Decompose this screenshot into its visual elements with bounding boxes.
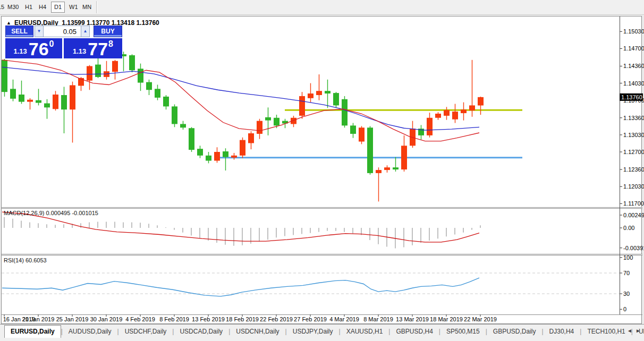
volume-input[interactable] xyxy=(44,25,81,37)
sell-quote-panel[interactable]: 1.13 76 0 xyxy=(5,38,62,58)
candle-body xyxy=(257,121,262,134)
sell-button[interactable]: SELL xyxy=(5,25,33,37)
toolbar-separator xyxy=(96,1,97,13)
timeframe-button-w1[interactable]: W1 xyxy=(69,0,78,14)
date-axis-label: 30 Jan 2019 xyxy=(90,316,123,322)
price-axis-label: 1.15030 xyxy=(623,28,644,35)
rsi-axis-label: 0 xyxy=(623,306,626,312)
candle-body xyxy=(299,96,305,116)
sell-price-big: 76 xyxy=(29,42,49,57)
candle-body xyxy=(367,127,373,173)
candle-body xyxy=(36,100,41,103)
chart-tab-tech100-h1[interactable]: TECH100,H1 xyxy=(581,326,631,337)
candle-body xyxy=(87,66,92,80)
macd-indicator-label: MACD(12,26,9) 0.000495 -0.001015 xyxy=(4,210,98,216)
chart-tab-dj30-h4[interactable]: DJ30,H4 xyxy=(544,326,580,337)
volume-decrease-icon[interactable]: ▼ xyxy=(35,25,44,37)
candle-body xyxy=(2,60,7,92)
candle-body xyxy=(95,65,101,77)
candle-body xyxy=(163,97,169,106)
price-axis-label: 1.12700 xyxy=(623,149,644,155)
candle-body xyxy=(206,156,211,161)
timeframe-button-h1[interactable]: H1 xyxy=(25,0,32,14)
buy-button[interactable]: BUY xyxy=(94,25,122,37)
macd-axis-label: -0.003919 xyxy=(623,245,644,251)
chart-tab-usdjpy-daily[interactable]: USDJPY,Daily xyxy=(287,326,339,337)
chart-tab-gbpusd-daily[interactable]: GBPUSD,Daily xyxy=(487,326,542,337)
date-axis-label: 18 Feb 2019 xyxy=(226,316,259,322)
rsi-axis-label: 30 xyxy=(623,291,630,297)
price-axis-label: 1.11700 xyxy=(623,200,644,207)
date-axis-label: 13 Mar 2019 xyxy=(396,316,429,322)
date-axis-label: 22 Feb 2019 xyxy=(260,316,293,322)
price-axis-label: 1.14700 xyxy=(623,45,644,52)
date-axis-label: 8 Mar 2019 xyxy=(363,316,393,322)
candle-body xyxy=(444,110,450,116)
date-axis-label: 18 Mar 2019 xyxy=(430,316,463,322)
timeframe-button-15[interactable]: 15 xyxy=(0,0,4,14)
candle-body xyxy=(316,91,322,95)
candle-body xyxy=(129,55,135,70)
rsi-axis-label: 100 xyxy=(623,254,633,261)
candle-body xyxy=(265,117,271,121)
macd-axis-label: 0.002495 xyxy=(623,212,644,218)
candle-body xyxy=(452,112,458,120)
chart-tab-gbpusd-h4[interactable]: GBPUSD,H4 xyxy=(390,326,438,337)
candle-body xyxy=(180,124,186,127)
candle-body xyxy=(248,133,254,143)
candle-body xyxy=(384,167,390,170)
tabs-scroll-left-icon[interactable]: ◄ xyxy=(627,328,632,334)
candle-body xyxy=(155,89,160,98)
candle-body xyxy=(435,114,441,118)
tabs-scroll-right-icon[interactable]: ► xyxy=(635,328,641,334)
rsi-axis-label: 70 xyxy=(623,270,630,276)
price-axis-label: 1.12030 xyxy=(623,183,644,190)
candle-body xyxy=(401,146,407,169)
candle-body xyxy=(308,93,313,98)
buy-price-prefix: 1.13 xyxy=(73,47,86,55)
chart-tab-usdcnh-daily[interactable]: USDCNH,Daily xyxy=(230,326,285,337)
timeframe-button-mn[interactable]: MN xyxy=(82,0,91,14)
candle-body xyxy=(325,91,331,93)
candle-body xyxy=(44,104,50,108)
collapse-triangle-icon[interactable]: ▲ xyxy=(6,20,11,25)
candle-body xyxy=(350,125,356,134)
candle-body xyxy=(197,149,203,156)
chart-tab-usdchf-daily[interactable]: USDCHF,Daily xyxy=(119,326,173,337)
candle-body xyxy=(333,93,339,105)
date-axis-label: 21 Jan 2019 xyxy=(22,316,55,322)
candle-body xyxy=(19,95,24,102)
timeframe-button-h4[interactable]: H4 xyxy=(39,0,46,14)
sell-price-pip: 0 xyxy=(49,39,54,49)
date-axis-label: 25 Jan 2019 xyxy=(56,316,89,322)
buy-price-big: 77 xyxy=(88,42,108,57)
candle-body xyxy=(478,97,484,106)
candle-body xyxy=(53,95,58,109)
candle-body xyxy=(27,100,33,102)
timeframe-button-d1[interactable]: D1 xyxy=(51,2,65,13)
chart-tab-usdcad-daily[interactable]: USDCAD,Daily xyxy=(174,326,228,337)
date-axis-label: 13 Feb 2019 xyxy=(192,316,225,322)
candle-body xyxy=(214,152,220,161)
buy-price-pip: 8 xyxy=(108,39,113,49)
rsi-indicator-label: RSI(14) 60.6053 xyxy=(4,257,47,263)
price-axis-label: 1.14360 xyxy=(623,63,644,69)
chart-tab-xauusd-h1[interactable]: XAUUSD,H1 xyxy=(341,326,389,337)
volume-increase-icon[interactable]: ▲ xyxy=(81,25,90,37)
chart-tab-sp500-m15[interactable]: SP500,M15 xyxy=(440,326,486,337)
buy-quote-panel[interactable]: 1.13 77 8 xyxy=(64,38,122,58)
timeframe-button-m30[interactable]: M30 xyxy=(7,0,19,14)
candle-body xyxy=(342,99,348,126)
candle-body xyxy=(359,127,365,141)
timeframe-toolbar: 15M30H1H4D1W1MN xyxy=(0,0,644,15)
candle-body xyxy=(189,128,194,150)
date-axis-label: 4 Feb 2019 xyxy=(125,316,155,322)
sell-price-prefix: 1.13 xyxy=(13,47,27,55)
candle-body xyxy=(376,170,382,173)
date-axis-label: 8 Feb 2019 xyxy=(159,316,189,322)
price-axis-label: 1.14030 xyxy=(623,80,644,87)
chart-tab-audusd-daily[interactable]: AUDUSD,Daily xyxy=(63,326,117,337)
candle-body xyxy=(393,167,399,169)
chart-tab-eurusd-daily[interactable]: EURUSD,Daily xyxy=(4,325,61,338)
date-axis-label: 27 Feb 2019 xyxy=(294,316,327,322)
